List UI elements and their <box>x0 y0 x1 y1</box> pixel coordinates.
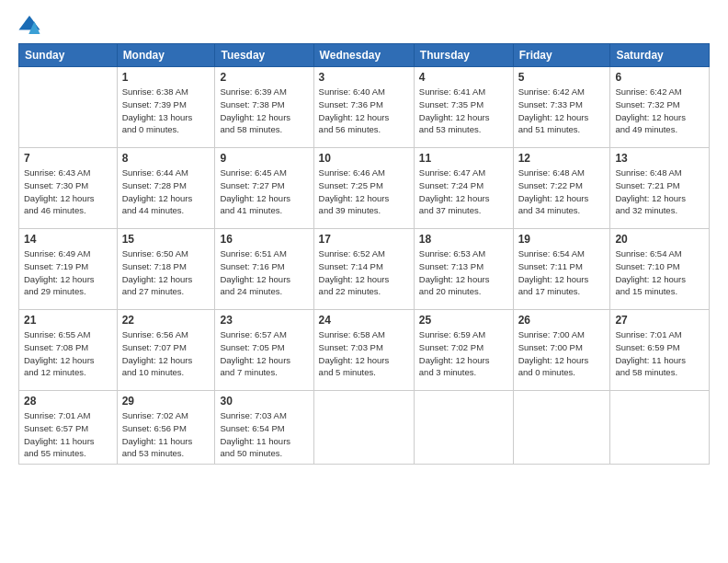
calendar-cell: 25Sunrise: 6:59 AMSunset: 7:02 PMDayligh… <box>414 310 513 391</box>
calendar-cell: 1Sunrise: 6:38 AMSunset: 7:39 PMDaylight… <box>117 67 215 148</box>
calendar-cell: 23Sunrise: 6:57 AMSunset: 7:05 PMDayligh… <box>215 310 313 391</box>
calendar-cell: 2Sunrise: 6:39 AMSunset: 7:38 PMDaylight… <box>215 67 313 148</box>
page: SundayMondayTuesdayWednesdayThursdayFrid… <box>0 0 728 563</box>
day-info: Sunrise: 6:54 AMSunset: 7:10 PMDaylight:… <box>615 247 704 298</box>
day-info: Sunrise: 6:43 AMSunset: 7:30 PMDaylight:… <box>24 167 112 217</box>
day-number: 30 <box>220 395 308 408</box>
logo <box>18 15 44 34</box>
day-number: 17 <box>319 233 409 246</box>
calendar-cell: 27Sunrise: 7:01 AMSunset: 6:59 PMDayligh… <box>610 310 710 391</box>
day-number: 4 <box>419 71 508 84</box>
calendar-cell: 22Sunrise: 6:56 AMSunset: 7:07 PMDayligh… <box>117 310 215 391</box>
day-info: Sunrise: 6:45 AMSunset: 7:27 PMDaylight:… <box>220 167 308 217</box>
day-info: Sunrise: 6:41 AMSunset: 7:35 PMDaylight:… <box>419 86 508 136</box>
calendar-cell: 24Sunrise: 6:58 AMSunset: 7:03 PMDayligh… <box>313 310 414 391</box>
calendar-cell: 12Sunrise: 6:48 AMSunset: 7:22 PMDayligh… <box>513 148 610 229</box>
header <box>18 15 710 34</box>
day-info: Sunrise: 6:55 AMSunset: 7:08 PMDaylight:… <box>24 328 112 379</box>
day-number: 18 <box>419 233 508 246</box>
day-info: Sunrise: 7:01 AMSunset: 6:59 PMDaylight:… <box>615 328 704 379</box>
calendar-cell: 18Sunrise: 6:53 AMSunset: 7:13 PMDayligh… <box>414 229 513 310</box>
day-number: 26 <box>518 314 606 327</box>
weekday-header-thursday: Thursday <box>414 44 513 67</box>
week-row-2: 14Sunrise: 6:49 AMSunset: 7:19 PMDayligh… <box>19 229 710 310</box>
calendar-cell: 3Sunrise: 6:40 AMSunset: 7:36 PMDaylight… <box>313 67 414 148</box>
weekday-header-row: SundayMondayTuesdayWednesdayThursdayFrid… <box>19 44 710 67</box>
calendar-cell: 19Sunrise: 6:54 AMSunset: 7:11 PMDayligh… <box>513 229 610 310</box>
calendar-cell <box>414 391 513 465</box>
day-number: 11 <box>419 152 508 165</box>
day-info: Sunrise: 6:47 AMSunset: 7:24 PMDaylight:… <box>419 167 508 217</box>
calendar-cell <box>19 67 118 148</box>
week-row-1: 7Sunrise: 6:43 AMSunset: 7:30 PMDaylight… <box>19 148 710 229</box>
day-number: 24 <box>319 314 409 327</box>
weekday-header-wednesday: Wednesday <box>313 44 414 67</box>
week-row-3: 21Sunrise: 6:55 AMSunset: 7:08 PMDayligh… <box>19 310 710 391</box>
logo-icon <box>18 16 40 34</box>
day-number: 8 <box>122 152 210 165</box>
calendar-cell: 9Sunrise: 6:45 AMSunset: 7:27 PMDaylight… <box>215 148 313 229</box>
calendar-cell: 7Sunrise: 6:43 AMSunset: 7:30 PMDaylight… <box>19 148 118 229</box>
day-number: 2 <box>220 71 308 84</box>
weekday-header-tuesday: Tuesday <box>215 44 313 67</box>
calendar-cell: 13Sunrise: 6:48 AMSunset: 7:21 PMDayligh… <box>610 148 710 229</box>
day-number: 23 <box>220 314 308 327</box>
day-number: 29 <box>122 395 210 408</box>
day-number: 6 <box>615 71 704 84</box>
calendar-cell: 28Sunrise: 7:01 AMSunset: 6:57 PMDayligh… <box>19 391 118 465</box>
day-info: Sunrise: 6:44 AMSunset: 7:28 PMDaylight:… <box>122 167 210 217</box>
calendar-cell: 10Sunrise: 6:46 AMSunset: 7:25 PMDayligh… <box>313 148 414 229</box>
day-number: 15 <box>122 233 210 246</box>
calendar-cell: 14Sunrise: 6:49 AMSunset: 7:19 PMDayligh… <box>19 229 118 310</box>
day-info: Sunrise: 6:38 AMSunset: 7:39 PMDaylight:… <box>122 86 210 136</box>
weekday-header-monday: Monday <box>117 44 215 67</box>
day-info: Sunrise: 6:46 AMSunset: 7:25 PMDaylight:… <box>319 167 409 217</box>
calendar-cell: 8Sunrise: 6:44 AMSunset: 7:28 PMDaylight… <box>117 148 215 229</box>
day-info: Sunrise: 7:02 AMSunset: 6:56 PMDaylight:… <box>122 409 210 460</box>
day-number: 10 <box>319 152 409 165</box>
day-info: Sunrise: 6:40 AMSunset: 7:36 PMDaylight:… <box>319 86 409 136</box>
weekday-header-saturday: Saturday <box>610 44 710 67</box>
day-number: 28 <box>24 395 112 408</box>
week-row-4: 28Sunrise: 7:01 AMSunset: 6:57 PMDayligh… <box>19 391 710 465</box>
day-info: Sunrise: 6:56 AMSunset: 7:07 PMDaylight:… <box>122 328 210 379</box>
day-info: Sunrise: 6:49 AMSunset: 7:19 PMDaylight:… <box>24 247 112 298</box>
day-info: Sunrise: 6:59 AMSunset: 7:02 PMDaylight:… <box>419 328 508 379</box>
day-number: 27 <box>615 314 704 327</box>
calendar-cell <box>313 391 414 465</box>
calendar-cell: 15Sunrise: 6:50 AMSunset: 7:18 PMDayligh… <box>117 229 215 310</box>
calendar-cell: 20Sunrise: 6:54 AMSunset: 7:10 PMDayligh… <box>610 229 710 310</box>
calendar-cell <box>610 391 710 465</box>
day-number: 5 <box>518 71 606 84</box>
day-info: Sunrise: 6:53 AMSunset: 7:13 PMDaylight:… <box>419 247 508 298</box>
day-info: Sunrise: 6:58 AMSunset: 7:03 PMDaylight:… <box>319 328 409 379</box>
calendar-cell: 6Sunrise: 6:42 AMSunset: 7:32 PMDaylight… <box>610 67 710 148</box>
day-number: 25 <box>419 314 508 327</box>
day-number: 19 <box>518 233 606 246</box>
day-number: 7 <box>24 152 112 165</box>
day-info: Sunrise: 6:48 AMSunset: 7:21 PMDaylight:… <box>615 167 704 217</box>
day-number: 12 <box>518 152 606 165</box>
calendar-cell: 30Sunrise: 7:03 AMSunset: 6:54 PMDayligh… <box>215 391 313 465</box>
day-info: Sunrise: 6:50 AMSunset: 7:18 PMDaylight:… <box>122 247 210 298</box>
day-number: 14 <box>24 233 112 246</box>
day-info: Sunrise: 6:52 AMSunset: 7:14 PMDaylight:… <box>319 247 409 298</box>
day-info: Sunrise: 6:57 AMSunset: 7:05 PMDaylight:… <box>220 328 308 379</box>
day-info: Sunrise: 7:00 AMSunset: 7:00 PMDaylight:… <box>518 328 606 379</box>
day-number: 13 <box>615 152 704 165</box>
calendar-cell: 4Sunrise: 6:41 AMSunset: 7:35 PMDaylight… <box>414 67 513 148</box>
weekday-header-sunday: Sunday <box>19 44 118 67</box>
day-number: 3 <box>319 71 409 84</box>
day-number: 22 <box>122 314 210 327</box>
day-info: Sunrise: 7:03 AMSunset: 6:54 PMDaylight:… <box>220 409 308 460</box>
calendar-cell: 29Sunrise: 7:02 AMSunset: 6:56 PMDayligh… <box>117 391 215 465</box>
calendar-cell: 17Sunrise: 6:52 AMSunset: 7:14 PMDayligh… <box>313 229 414 310</box>
week-row-0: 1Sunrise: 6:38 AMSunset: 7:39 PMDaylight… <box>19 67 710 148</box>
day-number: 21 <box>24 314 112 327</box>
day-number: 20 <box>615 233 704 246</box>
day-info: Sunrise: 7:01 AMSunset: 6:57 PMDaylight:… <box>24 409 112 460</box>
calendar-cell: 11Sunrise: 6:47 AMSunset: 7:24 PMDayligh… <box>414 148 513 229</box>
day-info: Sunrise: 6:42 AMSunset: 7:32 PMDaylight:… <box>615 86 704 136</box>
day-info: Sunrise: 6:42 AMSunset: 7:33 PMDaylight:… <box>518 86 606 136</box>
calendar-cell: 26Sunrise: 7:00 AMSunset: 7:00 PMDayligh… <box>513 310 610 391</box>
